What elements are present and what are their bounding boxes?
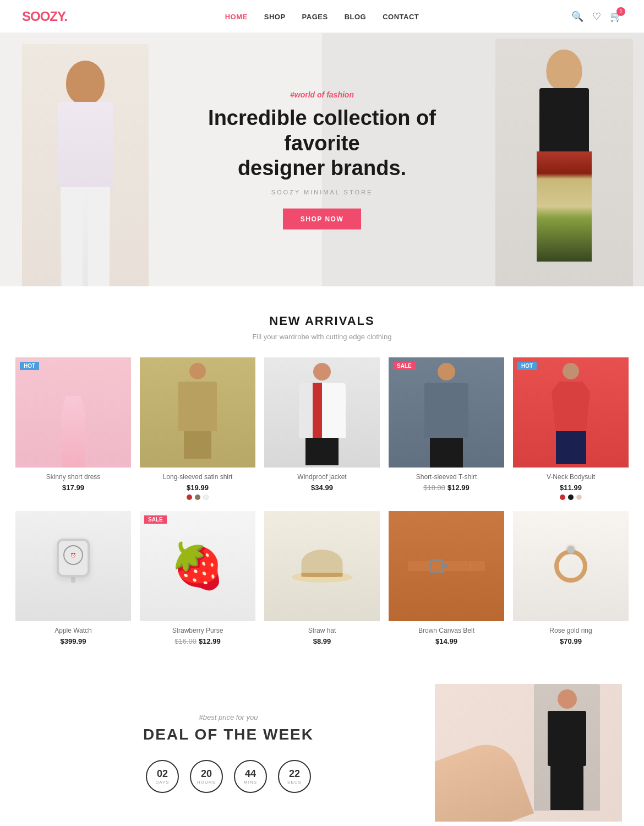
product-price-tshirt: $18.00$12.99 (389, 483, 504, 492)
wishlist-btn-dress[interactable]: ♡ (54, 444, 72, 462)
product-image-jacket[interactable]: ♡ 🛒 (264, 357, 380, 468)
wishlist-btn-shirt[interactable]: ♡ (168, 444, 185, 462)
product-image-purse[interactable]: SALE 🍓 ♡ 🛒 (140, 511, 255, 621)
product-image-belt[interactable]: ♡ 🛒 (389, 511, 504, 621)
brand-logo[interactable]: SOOZY. (22, 9, 67, 24)
cart-btn-hat[interactable]: 🛒 (324, 598, 341, 616)
cart-btn-jacket[interactable]: 🛒 (324, 444, 341, 462)
cart-badge: 1 (616, 7, 625, 16)
product-card-jacket: ♡ 🛒 Windproof jacket $34.99 (260, 357, 384, 511)
product-price-watch: $399.99 (15, 637, 131, 645)
products-grid-row2: ⏰ ♡ 🛒 Apple Watch $399.99 SALE 🍓 (0, 511, 644, 656)
shop-now-button[interactable]: SHOP NOW (283, 208, 361, 229)
product-image-shirt[interactable]: ♡ 🛒 ⤢ (140, 357, 255, 468)
cart-btn-shirt[interactable]: 🛒 (189, 444, 206, 462)
cart-btn-tshirt[interactable]: 🛒 (448, 444, 466, 462)
cart-btn-watch[interactable]: 🛒 (75, 598, 92, 616)
color-dot-brown[interactable] (195, 494, 200, 500)
color-dot-red2[interactable] (560, 494, 565, 500)
deal-tag: #best price for you (22, 713, 435, 721)
quickview-btn-shirt[interactable]: ⤢ (210, 444, 227, 462)
new-arrivals-section: NEW ARRIVALS Fill your wardrobe with cut… (0, 286, 644, 656)
product-card-tshirt: SALE ♡ 🛒 Short-sleeved T-shirt $18.00$12… (384, 357, 509, 511)
product-image-watch[interactable]: ⏰ ♡ 🛒 (15, 511, 131, 621)
product-price-old-purse: $16.00 (174, 637, 197, 645)
wishlist-btn-ring[interactable]: ♡ (552, 598, 569, 616)
product-image-hat[interactable]: ♡ 🛒 (264, 511, 380, 621)
cart-button[interactable]: 🛒 1 (610, 10, 622, 23)
product-colors-bodysuit (513, 494, 629, 500)
product-price-shirt: $19.99 (140, 483, 255, 492)
product-price-jacket: $34.99 (264, 483, 380, 492)
wishlist-btn-tshirt[interactable]: ♡ (427, 444, 445, 462)
timer-hours-label: HOURS (197, 780, 216, 785)
timer-hours: 20 HOURS (190, 760, 223, 793)
timer-minutes-value: 44 (245, 768, 256, 780)
cart-btn-dress[interactable]: 🛒 (75, 444, 92, 462)
cart-btn-bodysuit[interactable]: 🛒 (572, 444, 590, 462)
deal-title: DEAL OF THE WEEK (22, 726, 435, 743)
color-dot-white[interactable] (203, 494, 209, 500)
cart-btn-ring[interactable]: 🛒 (572, 598, 590, 616)
cart-btn-belt[interactable]: 🛒 (448, 598, 466, 616)
product-card-ring: ♡ 🛒 Rose gold ring $70.99 (509, 511, 633, 656)
nav-item-pages[interactable]: PAGES (302, 12, 328, 21)
wishlist-btn-jacket[interactable]: ♡ (303, 444, 320, 462)
timer-hours-value: 20 (201, 768, 212, 780)
product-price-old-tshirt: $18.00 (423, 483, 445, 492)
product-name-tshirt: Short-sleeved T-shirt (389, 473, 504, 481)
product-colors-shirt (140, 494, 255, 500)
hero-section: #world of fashion Incredible collection … (0, 33, 644, 286)
nav-item-shop[interactable]: SHOP (264, 12, 286, 21)
wishlist-btn-purse[interactable]: ♡ (178, 598, 196, 616)
product-price-purse: $16.00$12.99 (140, 637, 255, 645)
product-image-tshirt[interactable]: SALE ♡ 🛒 (389, 357, 504, 468)
deal-content: #best price for you DEAL OF THE WEEK 02 … (22, 713, 435, 793)
nav-item-contact[interactable]: CONTACT (383, 12, 419, 21)
product-name-dress: Skinny short dress (15, 473, 131, 481)
nav-link-pages[interactable]: PAGES (302, 13, 328, 21)
timer-days-label: DAYS (155, 780, 169, 785)
product-image-bodysuit[interactable]: HOT ♡ 🛒 (513, 357, 629, 468)
search-button[interactable]: 🔍 (571, 10, 583, 23)
deal-section: #best price for you DEAL OF THE WEEK 02 … (0, 656, 644, 826)
hero-title: Incredible collection of favoritedesigne… (184, 106, 460, 181)
product-image-ring[interactable]: ♡ 🛒 (513, 511, 629, 621)
product-name-shirt: Long-sleeved satin shirt (140, 473, 255, 481)
product-card-purse: SALE 🍓 ♡ 🛒 Strawberry Purse $16.00$12.99 (135, 511, 260, 656)
product-price-bodysuit: $11.99 (513, 483, 629, 492)
product-name-hat: Straw hat (264, 627, 380, 634)
wishlist-btn-belt[interactable]: ♡ (427, 598, 445, 616)
wishlist-button[interactable]: ♡ (592, 10, 601, 23)
deal-timer: 02 DAYS 20 HOURS 44 MINS 22 SECS (22, 760, 435, 793)
color-dot-nude[interactable] (576, 494, 582, 500)
deal-image (435, 684, 622, 822)
badge-hot-bodysuit: HOT (517, 362, 537, 370)
nav-link-contact[interactable]: CONTACT (383, 13, 419, 21)
cart-btn-purse[interactable]: 🛒 (199, 598, 217, 616)
nav-link-home[interactable]: HOME (225, 13, 248, 21)
product-name-belt: Brown Canvas Belt (389, 627, 504, 634)
product-card-watch: ⏰ ♡ 🛒 Apple Watch $399.99 (11, 511, 135, 656)
brand-name: ZY. (50, 9, 67, 24)
nav-item-home[interactable]: HOME (225, 12, 248, 21)
product-name-purse: Strawberry Purse (140, 627, 255, 634)
new-arrivals-subtitle: Fill your wardrobe with cutting edge clo… (0, 333, 644, 341)
nav-link-blog[interactable]: BLOG (345, 13, 367, 21)
wishlist-btn-hat[interactable]: ♡ (303, 598, 320, 616)
product-card-dress: HOT ♡ 🛒 Skinny short dress $17.99 (11, 357, 135, 511)
product-name-watch: Apple Watch (15, 627, 131, 634)
timer-days: 02 DAYS (146, 760, 179, 793)
wishlist-btn-watch[interactable]: ♡ (54, 598, 72, 616)
color-dot-black[interactable] (568, 494, 574, 500)
color-dot-red[interactable] (187, 494, 192, 500)
navbar: SOOZY. HOME SHOP PAGES BLOG CONTACT 🔍 ♡ … (0, 0, 644, 33)
nav-link-shop[interactable]: SHOP (264, 13, 286, 21)
timer-days-value: 02 (157, 768, 168, 780)
wishlist-btn-bodysuit[interactable]: ♡ (552, 444, 569, 462)
product-name-ring: Rose gold ring (513, 627, 629, 634)
product-name-bodysuit: V-Neck Bodysuit (513, 473, 629, 481)
nav-item-blog[interactable]: BLOG (345, 12, 367, 21)
product-price-ring: $70.99 (513, 637, 629, 645)
product-image-dress[interactable]: HOT ♡ 🛒 (15, 357, 131, 468)
